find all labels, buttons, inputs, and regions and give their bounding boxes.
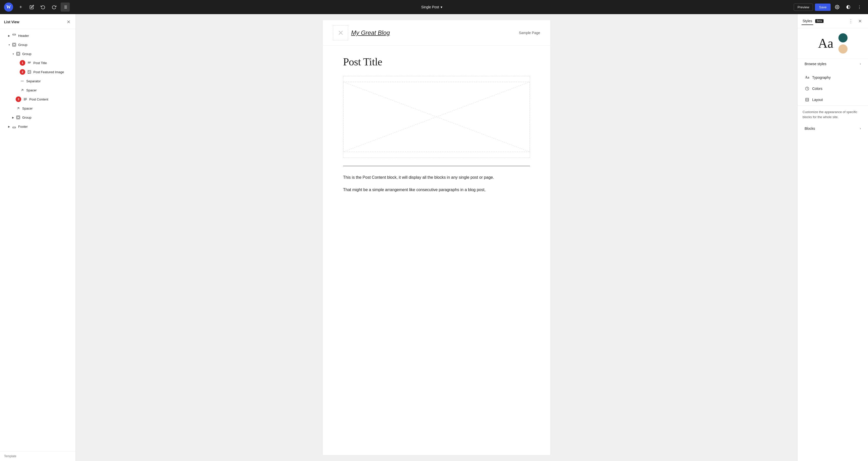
typography-row[interactable]: Aa Typography xyxy=(800,72,866,83)
beta-badge: Beta xyxy=(815,19,824,23)
toolbar-right: Preview Save ⋮ xyxy=(794,2,864,11)
edit-button[interactable] xyxy=(27,2,36,11)
template-title-button[interactable]: Single Post ▾ xyxy=(418,3,445,11)
sidebar-close-button[interactable]: ✕ xyxy=(66,18,71,26)
toolbar: W + Single Post ▾ Preview Save ⋮ xyxy=(0,0,868,14)
svg-rect-25 xyxy=(17,117,19,119)
redo-button[interactable] xyxy=(50,2,59,11)
sidebar-item-group2[interactable]: ▾ Group xyxy=(0,49,75,58)
template-label: Template xyxy=(4,455,17,458)
add-block-button[interactable]: + xyxy=(16,2,25,11)
badge-3: 3 xyxy=(16,96,21,102)
typography-left: Aa Typography xyxy=(805,75,831,80)
blocks-arrow: › xyxy=(860,127,861,130)
sidebar-item-label-post-featured-image: Post Featured Image xyxy=(33,70,64,74)
color-circle-peach xyxy=(838,44,847,54)
group-block-icon3 xyxy=(16,115,21,120)
undo-icon xyxy=(41,5,45,9)
color-circle-teal xyxy=(838,33,847,42)
sidebar-item-separator[interactable]: Separator xyxy=(0,76,75,86)
toggle-icon: ▶ xyxy=(11,116,15,120)
site-navigation: Sample Page xyxy=(519,31,540,35)
undo-button[interactable] xyxy=(38,2,48,11)
blocks-row[interactable]: Blocks › xyxy=(800,124,866,134)
dark-mode-icon xyxy=(846,5,850,9)
rp-more-button[interactable]: ⋮ xyxy=(847,17,855,25)
sidebar-item-label-spacer1: Spacer xyxy=(26,88,37,92)
sidebar-item-label-separator: Separator xyxy=(26,79,41,83)
sidebar-item-group3[interactable]: ▶ Group xyxy=(0,113,75,122)
list-view-button[interactable] xyxy=(61,2,70,11)
sidebar-item-header[interactable]: ▶ Header xyxy=(0,31,75,40)
main-area: List View ✕ ▶ Header ▾ Group xyxy=(0,14,868,461)
layout-label: Layout xyxy=(812,98,823,102)
wp-logo-text: W xyxy=(6,4,11,10)
group-block-icon xyxy=(11,42,17,47)
chevron-down-icon: ▾ xyxy=(440,5,442,9)
featured-image-svg xyxy=(343,76,530,158)
layout-row[interactable]: Layout xyxy=(800,94,866,105)
rp-close-button[interactable]: ✕ xyxy=(856,17,864,25)
site-logo-placeholder: ✕ xyxy=(333,25,348,40)
logo-placeholder-x: ✕ xyxy=(338,29,344,37)
svg-rect-11 xyxy=(17,53,19,55)
tree: ▶ Header ▾ Group ▾ Group xyxy=(0,29,75,451)
svg-rect-8 xyxy=(12,43,16,46)
sidebar-item-post-title[interactable]: 1 Post Title xyxy=(0,58,75,67)
sidebar-item-label-group2: Group xyxy=(22,52,31,56)
spacer-block-icon2 xyxy=(16,106,21,111)
sidebar-item-footer[interactable]: ▶ Footer xyxy=(0,122,75,131)
colors-left: Colors xyxy=(805,86,822,91)
toggle-icon: ▶ xyxy=(7,34,11,38)
spacer-block-icon xyxy=(20,88,25,93)
sidebar-footer: Template xyxy=(0,451,75,461)
sidebar-item-group1[interactable]: ▾ Group xyxy=(0,40,75,49)
sidebar-item-post-content[interactable]: 3 Post Content xyxy=(0,95,75,104)
more-options-button[interactable]: ⋮ xyxy=(855,2,864,11)
right-panel-header: Styles Beta ⋮ ✕ xyxy=(798,14,868,28)
site-title-link[interactable]: My Great Blog xyxy=(351,29,390,36)
browse-styles-row[interactable]: Browse styles › xyxy=(800,59,866,69)
toggle-placeholder xyxy=(15,61,19,65)
tab-styles[interactable]: Styles xyxy=(802,18,813,25)
wp-logo[interactable]: W xyxy=(4,2,13,11)
site-header: ✕ My Great Blog Sample Page xyxy=(323,20,550,46)
right-panel: Styles Beta ⋮ ✕ Aa Browse styles › xyxy=(797,14,868,461)
save-button[interactable]: Save xyxy=(815,3,831,11)
settings-button[interactable] xyxy=(833,2,842,11)
list-view-icon xyxy=(63,5,67,9)
sidebar-title: List View xyxy=(4,20,19,24)
post-content-block-icon xyxy=(23,97,28,102)
canvas-area: ✕ My Great Blog Sample Page Post Title xyxy=(76,14,797,461)
sidebar-item-label-group3: Group xyxy=(22,116,31,120)
sidebar-item-spacer2[interactable]: Spacer xyxy=(0,104,75,113)
toggle-placeholder xyxy=(15,79,19,83)
right-panel-body: Aa Browse styles › Aa Typography xyxy=(798,28,868,461)
post-title-block-icon xyxy=(27,60,32,65)
svg-rect-26 xyxy=(12,127,16,128)
sidebar-header: List View ✕ xyxy=(0,14,75,29)
browse-styles-label: Browse styles xyxy=(805,62,826,66)
canvas-inner: ✕ My Great Blog Sample Page Post Title xyxy=(323,20,550,455)
toggle-icon: ▾ xyxy=(7,43,11,47)
redo-icon xyxy=(52,5,56,9)
nav-item-sample-page[interactable]: Sample Page xyxy=(519,31,540,35)
right-panel-tabs: Styles Beta xyxy=(802,18,824,25)
colors-row[interactable]: Colors xyxy=(800,83,866,94)
toggle-placeholder xyxy=(11,97,15,101)
sidebar-item-spacer1[interactable]: Spacer xyxy=(0,86,75,95)
typography-label: Typography xyxy=(812,75,831,79)
settings-icon xyxy=(835,5,839,9)
sidebar-item-label-post-title: Post Title xyxy=(33,61,47,65)
svg-rect-7 xyxy=(12,34,16,35)
dark-mode-button[interactable] xyxy=(844,2,853,11)
toolbar-center: Single Post ▾ xyxy=(72,3,792,11)
svg-line-18 xyxy=(22,89,23,91)
sidebar-item-label-post-content: Post Content xyxy=(29,97,48,101)
typography-preview: Aa xyxy=(818,37,833,50)
preview-button[interactable]: Preview xyxy=(794,3,813,11)
sidebar-item-post-featured-image[interactable]: 2 Post Featured Image xyxy=(0,67,75,76)
post-content-text-2: That might be a simple arrangement like … xyxy=(343,187,530,193)
svg-rect-9 xyxy=(13,44,15,46)
featured-image-block-icon xyxy=(27,69,32,74)
